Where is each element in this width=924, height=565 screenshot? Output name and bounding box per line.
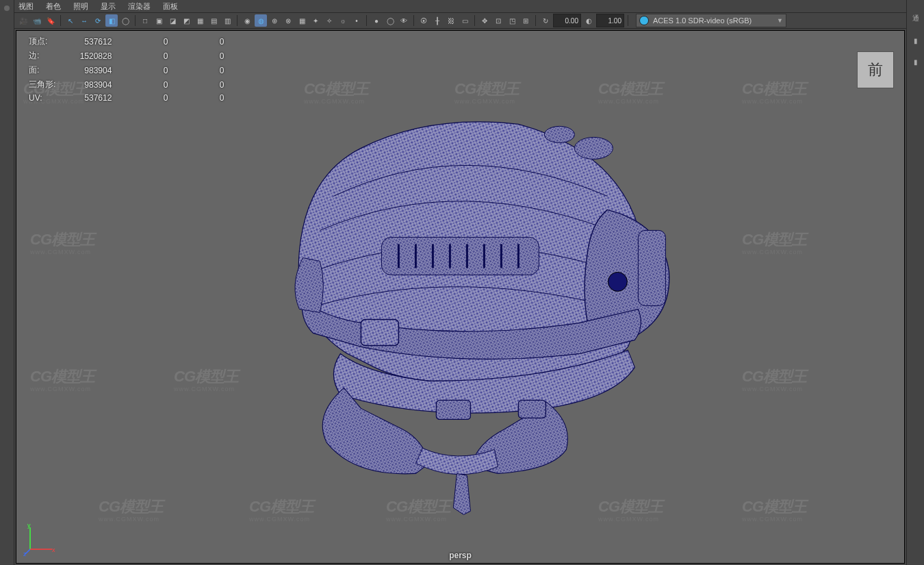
- time-step-icon[interactable]: ◐: [582, 14, 595, 27]
- sphere-icon[interactable]: ◉: [241, 14, 253, 27]
- rail-dot[interactable]: [4, 5, 10, 11]
- toolbar-separator: [628, 15, 628, 26]
- toolbar-separator: [535, 15, 536, 26]
- globe-icon[interactable]: ⊕: [268, 14, 281, 27]
- svg-rect-4: [381, 237, 539, 275]
- poly-count-hud: 顶点: 537612 0 0 边: 1520828 0 0 面: 983904: [21, 34, 232, 105]
- svg-text:z: z: [23, 551, 27, 556]
- right-collapsed-tab[interactable]: ▮: [912, 58, 919, 66]
- move-icon[interactable]: ↔: [78, 14, 90, 27]
- toolbar-separator: [60, 15, 61, 26]
- svg-rect-15: [361, 319, 398, 345]
- lasso-icon[interactable]: ◯: [119, 14, 131, 27]
- toolbar-separator: [135, 15, 136, 26]
- svg-text:x: x: [52, 547, 55, 553]
- link-icon[interactable]: ⛓: [445, 14, 457, 27]
- colorspace-label: ACES 1.0 SDR-video (sRGB): [653, 16, 752, 25]
- time-field-b[interactable]: [596, 14, 624, 27]
- colorspace-dropdown[interactable]: ACES 1.0 SDR-video (sRGB) ▼: [636, 14, 786, 27]
- hud-row: 三角形: 983904 0 0: [22, 78, 231, 91]
- snap-icon[interactable]: ✥: [478, 14, 491, 27]
- circle-icon[interactable]: ◯: [384, 14, 396, 27]
- right-hint: 通: [912, 14, 919, 23]
- eye-icon[interactable]: 👁: [398, 14, 410, 27]
- dot-icon[interactable]: •: [350, 14, 363, 27]
- rotate-icon[interactable]: ⟳: [92, 14, 104, 27]
- camera-icon[interactable]: 🎥: [17, 14, 29, 27]
- texture2-icon[interactable]: ▥: [221, 14, 233, 27]
- mesh-wireframe: [224, 93, 717, 518]
- hud-row: 面: 983904 0 0: [22, 64, 231, 77]
- hud-row: UV: 537612 0 0: [22, 92, 231, 103]
- svg-point-18: [574, 137, 613, 159]
- camera-name-label: persp: [449, 551, 472, 560]
- toolbar-separator: [413, 15, 414, 26]
- view-cube-label: 前: [868, 60, 883, 80]
- normals-icon[interactable]: ✦: [309, 14, 322, 27]
- sphere-wire-icon[interactable]: ◍: [255, 14, 267, 27]
- shade-smooth-icon[interactable]: ◩: [180, 14, 192, 27]
- bookmark-icon[interactable]: 🔖: [44, 14, 57, 27]
- grid-icon[interactable]: ▦: [296, 14, 308, 27]
- isolate-icon[interactable]: ⊡: [492, 14, 504, 27]
- svg-rect-14: [638, 230, 665, 305]
- svg-rect-17: [518, 400, 546, 418]
- svg-text:y: y: [27, 522, 31, 529]
- menu-shading[interactable]: 着色: [46, 1, 61, 12]
- panel-toolbar: 🎥 📹 🔖 ↖ ↔ ⟳ ◧ ◯ □ ▣ ◪ ◩ ▦ ▤ ▥ ◉ ◍ ⊕ ⊗ ▦ …: [14, 13, 906, 29]
- sun-icon[interactable]: ☼: [337, 14, 349, 27]
- left-rail: [0, 0, 14, 565]
- toolbar-separator: [366, 15, 367, 26]
- cube-icon[interactable]: □: [139, 14, 151, 27]
- xray-icon[interactable]: ⊞: [519, 14, 532, 27]
- right-side-panel: 通 ▮ ▮: [906, 0, 924, 565]
- cube-wire-icon[interactable]: ▣: [153, 14, 165, 27]
- colorspace-swatch-icon: [639, 16, 649, 25]
- light-icon[interactable]: ▦: [194, 14, 206, 27]
- globe2-icon[interactable]: ⊗: [282, 14, 294, 27]
- chevron-down-icon: ▼: [777, 17, 783, 24]
- menu-lighting[interactable]: 照明: [73, 1, 88, 12]
- isolate2-icon[interactable]: ◳: [506, 14, 518, 27]
- ik-icon[interactable]: ╂: [431, 14, 444, 27]
- time-field-a[interactable]: [553, 14, 581, 27]
- toolbar-separator: [474, 15, 475, 26]
- menu-panels[interactable]: 面板: [163, 1, 178, 12]
- menu-renderer[interactable]: 渲染器: [128, 1, 151, 12]
- scale-icon[interactable]: ◧: [105, 14, 118, 27]
- panel-menu-bar: 视图 着色 照明 显示 渲染器 面板: [14, 0, 906, 13]
- svg-rect-16: [436, 400, 470, 419]
- select-arrow-icon[interactable]: ↖: [64, 14, 77, 27]
- hud-row: 顶点: 537612 0 0: [22, 35, 231, 48]
- toolbar-separator: [237, 15, 238, 26]
- sphere2-icon[interactable]: ●: [370, 14, 383, 27]
- right-collapsed-tab[interactable]: ▮: [912, 37, 919, 45]
- menu-view[interactable]: 视图: [18, 1, 34, 12]
- reload-icon[interactable]: ↻: [539, 14, 552, 27]
- camera2-icon[interactable]: 📹: [31, 14, 43, 27]
- joint-icon[interactable]: ⦿: [418, 14, 430, 27]
- menu-show[interactable]: 显示: [101, 1, 116, 12]
- view-cube[interactable]: 前: [857, 51, 894, 88]
- hud-row: 边: 1520828 0 0: [22, 49, 231, 62]
- viewport[interactable]: CG模型王www.CGMXW.com CG模型王www.CGMXW.com CG…: [16, 30, 905, 564]
- svg-point-13: [608, 272, 627, 291]
- svg-point-19: [544, 126, 574, 142]
- shade-flat-icon[interactable]: ◪: [166, 14, 179, 27]
- light2-icon[interactable]: ✧: [323, 14, 335, 27]
- texture-icon[interactable]: ▤: [207, 14, 220, 27]
- link2-icon[interactable]: ▭: [459, 14, 471, 27]
- axis-gizmo: y x z: [23, 522, 57, 556]
